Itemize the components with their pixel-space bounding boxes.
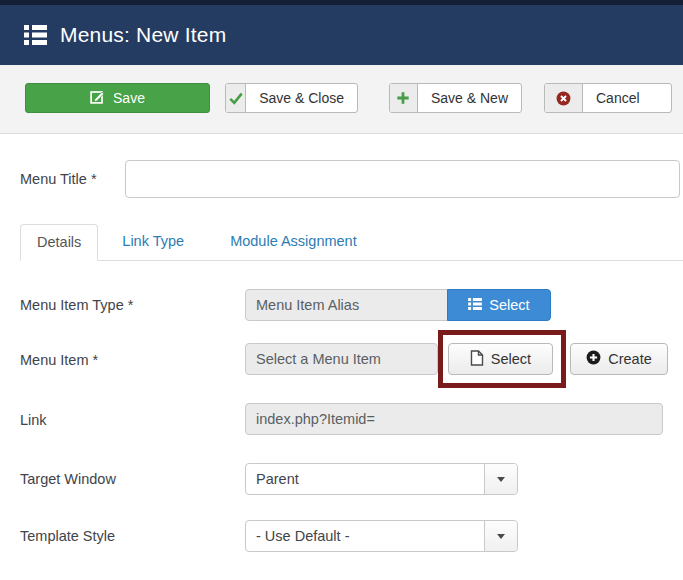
menu-item-select-label: Select <box>491 351 531 367</box>
page-title: Menus: New Item <box>60 23 226 47</box>
template-style-label: Template Style <box>20 528 115 544</box>
save-button-label: Save <box>113 90 145 106</box>
menu-item-create-button[interactable]: Create <box>570 343 668 375</box>
tab-details[interactable]: Details <box>20 224 98 261</box>
template-style-value: - Use Default - <box>246 521 484 551</box>
menu-item-select-button[interactable]: Select <box>448 343 553 375</box>
cancel-button[interactable]: Cancel <box>544 83 672 113</box>
menu-title-input[interactable] <box>125 160 680 198</box>
file-icon <box>470 350 484 369</box>
menu-item-create-label: Create <box>608 351 652 367</box>
menu-item-value: Select a Menu Item <box>245 343 438 375</box>
menu-list-icon <box>24 25 47 45</box>
caret-down-icon <box>484 521 517 551</box>
check-icon <box>226 84 246 112</box>
save-button[interactable]: Save <box>25 83 210 113</box>
menu-item-type-select-label: Select <box>489 297 529 313</box>
page-header: Menus: New Item <box>0 5 683 65</box>
menu-item-label: Menu Item * <box>20 352 98 368</box>
link-value: index.php?Itemid= <box>245 403 663 435</box>
save-and-close-button[interactable]: Save & Close <box>225 83 358 113</box>
menu-item-group: Select a Menu Item <box>245 343 438 375</box>
save-and-close-label: Save & Close <box>246 90 357 106</box>
edit-pencil-square-icon <box>90 89 105 107</box>
tab-bar: Details Link Type Module Assignment <box>20 224 683 261</box>
template-style-select[interactable]: - Use Default - <box>245 520 518 552</box>
menu-title-label: Menu Title * <box>20 171 97 187</box>
list-icon <box>468 297 482 313</box>
menu-item-type-group: Menu Item Alias Select <box>245 289 551 321</box>
save-and-new-label: Save & New <box>418 90 521 106</box>
target-window-select[interactable]: Parent <box>245 463 518 495</box>
cancel-circle-icon <box>545 84 583 112</box>
cancel-label: Cancel <box>583 90 653 106</box>
tab-module-assignment[interactable]: Module Assignment <box>214 224 373 261</box>
target-window-label: Target Window <box>20 471 116 487</box>
toolbar: Save Save & Close Save & New <box>0 65 683 134</box>
caret-down-icon <box>484 464 517 494</box>
menu-item-type-select-button[interactable]: Select <box>447 289 551 321</box>
target-window-value: Parent <box>246 464 484 494</box>
plus-icon <box>390 84 418 112</box>
link-label: Link <box>20 412 47 428</box>
menu-item-type-value: Menu Item Alias <box>245 289 448 321</box>
plus-circle-icon <box>586 350 601 368</box>
save-and-new-button[interactable]: Save & New <box>389 83 522 113</box>
page-root: Menus: New Item Save Save & Close <box>0 0 683 580</box>
tab-link-type[interactable]: Link Type <box>106 224 200 261</box>
menu-item-type-label: Menu Item Type * <box>20 297 133 313</box>
